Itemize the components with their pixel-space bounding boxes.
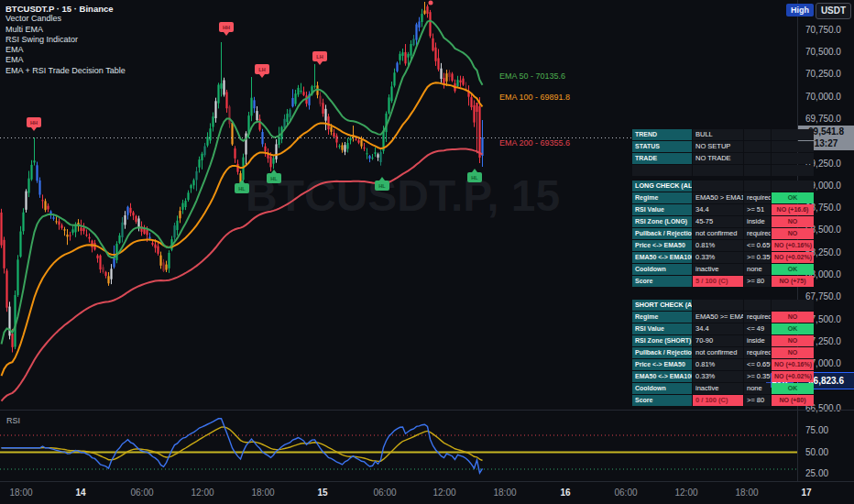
table-cell-empty — [772, 181, 814, 192]
check-requirement: >= 0.35% — [744, 371, 771, 382]
candle-body — [209, 128, 211, 140]
legend-item[interactable]: Vector Candles — [5, 14, 126, 24]
check-requirement: required — [744, 312, 771, 323]
candle-body — [432, 38, 433, 50]
table-cell-empty — [744, 141, 771, 152]
time-tick: 12:00 — [674, 488, 697, 498]
check-status: OK — [772, 383, 814, 394]
time-tick: 18:00 — [251, 488, 274, 498]
candle-body — [168, 253, 170, 268]
candle-body — [456, 80, 458, 86]
time-tick: 12:00 — [432, 488, 455, 498]
candle-body — [220, 83, 222, 89]
swing-high-dot — [429, 1, 433, 5]
candle-body — [440, 69, 442, 79]
candle-body — [124, 215, 126, 225]
candle-body — [203, 147, 205, 156]
candle-body — [291, 98, 293, 106]
candle-body — [338, 146, 340, 147]
candle-body — [399, 54, 400, 60]
table-cell-empty — [772, 300, 814, 311]
check-requirement: none — [744, 264, 771, 275]
table-row-value: NO TRADE — [693, 153, 743, 164]
ema-value-label: EMA 200 - 69355.6 — [499, 138, 570, 148]
legend-item[interactable]: EMA — [5, 45, 126, 55]
time-tick: 16 — [560, 488, 570, 498]
marker-tail — [379, 177, 385, 181]
candle-body — [5, 270, 7, 307]
ema-value-label: EMA 100 - 69891.8 — [499, 93, 570, 102]
candle-body — [181, 203, 183, 210]
candle-body — [377, 154, 378, 158]
candle-body — [388, 97, 389, 113]
table-cell-empty — [693, 181, 743, 192]
table-cell-empty — [744, 300, 771, 311]
check-requirement: >= 80 — [744, 276, 771, 287]
candle-body — [234, 148, 235, 159]
candle-body — [269, 157, 271, 168]
marker-text: HL — [471, 175, 478, 181]
rsi-pane-title: RSI — [6, 416, 20, 425]
check-label: RSI Zone (LONG) — [632, 216, 692, 227]
check-label: Score — [632, 276, 692, 287]
candle-body — [366, 153, 367, 154]
check-value: 45-75 — [693, 216, 743, 227]
check-value: not confirmed — [693, 228, 743, 239]
price-tick: 70,500.0 — [805, 47, 841, 57]
candle-body — [223, 81, 224, 95]
candle-body — [146, 230, 148, 236]
legend-item[interactable]: Multi EMA — [5, 25, 126, 35]
candle-body — [407, 54, 409, 58]
marker-text: LH — [258, 67, 265, 72]
check-label: Price <-> EMA50 — [632, 240, 692, 251]
check-status: NO — [772, 335, 814, 346]
candle-body — [47, 206, 49, 210]
candle-body — [324, 109, 326, 121]
symbol-title[interactable]: BTCUSDT.P · 15 · Binance — [5, 4, 126, 14]
candle-body — [190, 185, 192, 188]
candle-body — [346, 143, 348, 148]
currency-toggle-button[interactable]: USDT — [816, 3, 851, 19]
candle-body — [470, 97, 472, 107]
time-axis[interactable]: 18:001406:0012:0018:001506:0012:0018:001… — [0, 481, 854, 504]
rsi-layer — [0, 419, 797, 473]
check-value: inactive — [693, 264, 743, 275]
legend-item[interactable]: EMA + RSI Trade Decision Table — [5, 66, 126, 76]
table-row-value: BULL — [693, 129, 743, 140]
check-requirement: >= 80 — [744, 395, 771, 406]
candle-body — [198, 159, 200, 168]
candle-body — [102, 267, 104, 272]
trading-chart-window: BTCUSDT.P, 15 HHHHLHLHHLHLHLHL BTCUSDT.P… — [0, 0, 854, 504]
candle-body — [283, 119, 285, 128]
candle-body — [126, 207, 128, 215]
candle-body — [256, 111, 257, 120]
check-label: Regime — [632, 312, 692, 323]
check-requirement: required — [744, 228, 771, 239]
check-requirement: inside — [744, 335, 771, 346]
candle-body — [330, 126, 332, 131]
table-cell-empty — [772, 153, 814, 164]
candle-body — [58, 221, 60, 225]
time-tick: 06:00 — [130, 488, 153, 498]
pane-divider[interactable] — [0, 410, 854, 411]
table-cell-empty — [693, 165, 743, 176]
candle-body — [242, 158, 244, 181]
candle-body — [313, 86, 315, 87]
candle-body — [294, 93, 296, 104]
check-value: 70-90 — [693, 335, 743, 346]
candle-body — [349, 138, 351, 140]
candle-body — [297, 88, 299, 94]
ema-layer — [2, 21, 483, 401]
check-label: EMA50 <-> EMA100 — [632, 252, 692, 263]
indicator-legend: BTCUSDT.P · 15 · BinanceVector CandlesMu… — [5, 4, 126, 76]
candle-body — [110, 268, 112, 279]
check-label: Price <-> EMA50 — [632, 359, 692, 370]
legend-item[interactable]: RSI Swing Indicator — [5, 35, 126, 45]
check-value: 0.33% — [693, 371, 743, 382]
check-requirement: <= 0.65% — [744, 359, 771, 370]
candle-body — [264, 147, 266, 152]
candle-body — [118, 236, 120, 243]
candle-body — [429, 12, 431, 36]
marker-text: HL — [378, 183, 386, 189]
legend-item[interactable]: EMA — [5, 55, 126, 65]
